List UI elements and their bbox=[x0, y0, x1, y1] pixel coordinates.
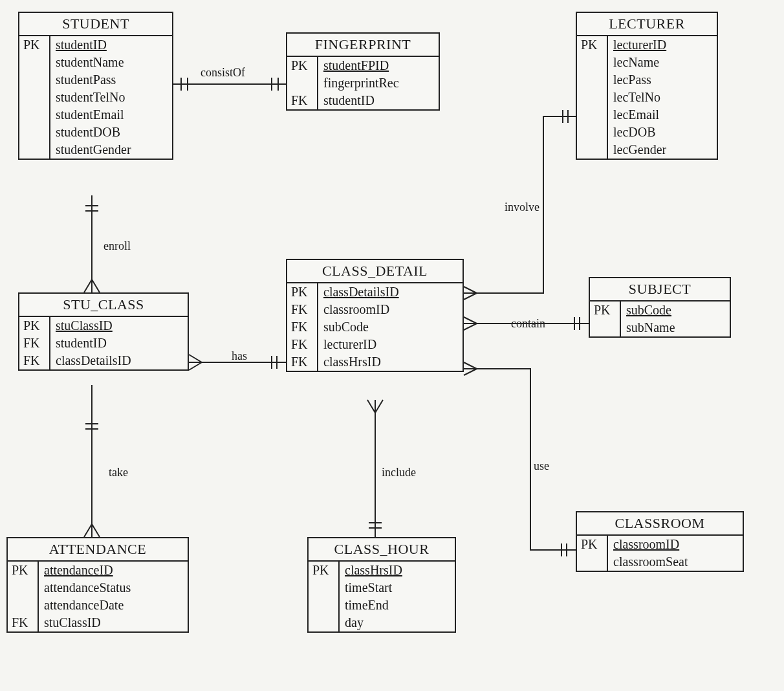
attr: attendanceID bbox=[39, 562, 188, 579]
entity-class-detail: CLASS_DETAIL PKclassDetailsID FKclassroo… bbox=[286, 259, 464, 372]
attr: fingerprintRec bbox=[318, 74, 439, 92]
entity-fingerprint: FINGERPRINT PKstudentFPID fingerprintRec… bbox=[286, 32, 440, 111]
attr: day bbox=[340, 614, 455, 631]
entity-student-title: STUDENT bbox=[19, 13, 172, 36]
key bbox=[577, 141, 608, 159]
key bbox=[309, 614, 340, 631]
entity-attendance: ATTENDANCE PKattendanceID attendanceStat… bbox=[6, 537, 189, 633]
key: FK bbox=[19, 352, 50, 369]
key: PK bbox=[287, 283, 318, 301]
rel-consistof-label: consistOf bbox=[201, 66, 245, 80]
attr: lecPass bbox=[608, 71, 717, 89]
attr: studentTelNo bbox=[50, 89, 172, 106]
key bbox=[19, 89, 50, 106]
attr: studentPass bbox=[50, 71, 172, 89]
entity-class-hour: CLASS_HOUR PKclassHrsID timeStart timeEn… bbox=[307, 537, 456, 633]
entity-class-hour-title: CLASS_HOUR bbox=[309, 538, 455, 562]
key bbox=[309, 579, 340, 597]
entity-class-detail-title: CLASS_DETAIL bbox=[287, 260, 463, 283]
attr: stuClassID bbox=[39, 614, 188, 631]
entity-lecturer-title: LECTURER bbox=[577, 13, 717, 36]
entity-subject-title: SUBJECT bbox=[590, 278, 730, 302]
attr: lecDOB bbox=[608, 124, 717, 141]
key bbox=[287, 74, 318, 92]
entity-attendance-title: ATTENDANCE bbox=[8, 538, 188, 562]
rel-take-label: take bbox=[109, 466, 128, 479]
attr: classHrsID bbox=[340, 562, 455, 579]
rel-involve-label: involve bbox=[505, 201, 539, 214]
entity-lecturer: LECTURER PKlecturerID lecName lecPass le… bbox=[576, 12, 718, 160]
attr: classroomID bbox=[318, 301, 463, 318]
attr: timeEnd bbox=[340, 597, 455, 614]
key: FK bbox=[287, 301, 318, 318]
attr: classDetailsID bbox=[318, 283, 463, 301]
attr: timeStart bbox=[340, 579, 455, 597]
rel-include-label: include bbox=[382, 466, 416, 479]
entity-stu-class: STU_CLASS PKstuClassID FKstudentID FKcla… bbox=[18, 292, 189, 371]
key: PK bbox=[287, 57, 318, 74]
key bbox=[19, 106, 50, 124]
key: FK bbox=[287, 336, 318, 353]
rel-enroll-label: enroll bbox=[103, 239, 131, 253]
key bbox=[19, 141, 50, 159]
attr: studentEmail bbox=[50, 106, 172, 124]
attr: lecEmail bbox=[608, 106, 717, 124]
key: PK bbox=[577, 36, 608, 54]
key bbox=[577, 54, 608, 71]
attr: classDetailsID bbox=[50, 352, 188, 369]
key bbox=[309, 597, 340, 614]
key bbox=[577, 106, 608, 124]
er-diagram-canvas: STUDENT PKstudentID studentName studentP… bbox=[0, 0, 784, 691]
rel-has-label: has bbox=[232, 349, 247, 363]
key bbox=[577, 553, 608, 571]
attr: lecTelNo bbox=[608, 89, 717, 106]
key: FK bbox=[287, 318, 318, 336]
key bbox=[19, 54, 50, 71]
key bbox=[19, 71, 50, 89]
attr: subName bbox=[621, 319, 730, 336]
key bbox=[577, 89, 608, 106]
attr: classroomSeat bbox=[608, 553, 743, 571]
key: FK bbox=[287, 92, 318, 109]
attr: lecGender bbox=[608, 141, 717, 159]
key: FK bbox=[287, 353, 318, 371]
entity-classroom: CLASSROOM PKclassroomID classroomSeat bbox=[576, 511, 744, 572]
entity-subject: SUBJECT PKsubCode subName bbox=[589, 277, 731, 338]
key bbox=[590, 319, 621, 336]
key: PK bbox=[19, 36, 50, 54]
key bbox=[19, 124, 50, 141]
rel-use-label: use bbox=[534, 459, 549, 473]
attr: classHrsID bbox=[318, 353, 463, 371]
attr: lecturerID bbox=[608, 36, 717, 54]
key: FK bbox=[19, 335, 50, 352]
entity-stu-class-title: STU_CLASS bbox=[19, 294, 188, 317]
attr: studentName bbox=[50, 54, 172, 71]
key: PK bbox=[577, 536, 608, 553]
key bbox=[577, 124, 608, 141]
rel-contain-label: contain bbox=[511, 317, 545, 331]
attr: studentGender bbox=[50, 141, 172, 159]
key: PK bbox=[590, 302, 621, 319]
entity-student: STUDENT PKstudentID studentName studentP… bbox=[18, 12, 173, 160]
key bbox=[8, 579, 39, 597]
attr: classroomID bbox=[608, 536, 743, 553]
key: PK bbox=[19, 317, 50, 335]
attr: studentID bbox=[50, 36, 172, 54]
attr: lecturerID bbox=[318, 336, 463, 353]
attr: studentDOB bbox=[50, 124, 172, 141]
entity-classroom-title: CLASSROOM bbox=[577, 512, 743, 536]
attr: studentID bbox=[50, 335, 188, 352]
attr: subCode bbox=[318, 318, 463, 336]
key: FK bbox=[8, 614, 39, 631]
attr: studentFPID bbox=[318, 57, 439, 74]
key bbox=[8, 597, 39, 614]
attr: attendanceStatus bbox=[39, 579, 188, 597]
key: PK bbox=[309, 562, 340, 579]
key bbox=[577, 71, 608, 89]
attr: stuClassID bbox=[50, 317, 188, 335]
attr: lecName bbox=[608, 54, 717, 71]
key: PK bbox=[8, 562, 39, 579]
attr: studentID bbox=[318, 92, 439, 109]
attr: subCode bbox=[621, 302, 730, 319]
attr: attendanceDate bbox=[39, 597, 188, 614]
